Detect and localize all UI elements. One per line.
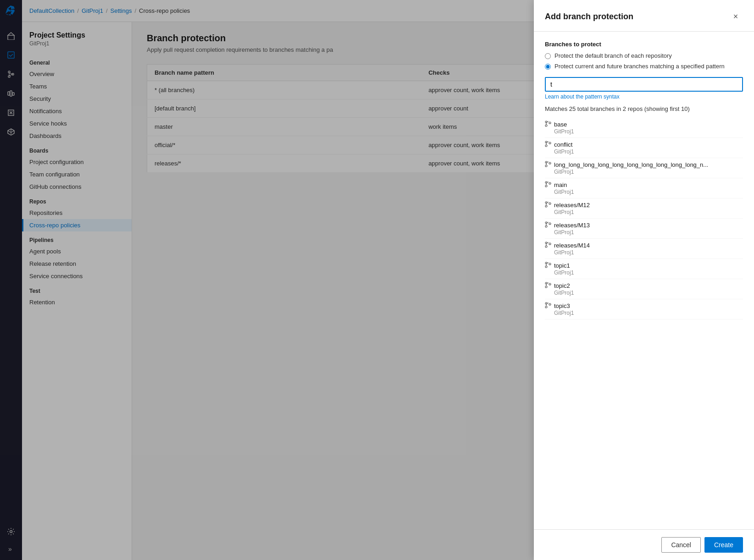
branch-name: long_long_long_long_long_long_long_long_… [554,161,708,168]
branch-name-row: long_long_long_long_long_long_long_long_… [545,161,743,169]
branch-repo: GitProj1 [554,269,743,276]
branch-item: releases/M14 GitProj1 [545,239,743,259]
branch-icon [545,201,551,209]
svg-point-25 [545,225,547,227]
branch-name-row: conflict [545,141,743,148]
svg-point-28 [545,246,547,247]
branch-name-row: topic1 [545,262,743,269]
pattern-hint[interactable]: Learn about the pattern syntax [545,93,743,100]
branch-name: releases/M13 [554,222,590,229]
radio-default-label: Protect the default branch of each repos… [554,52,672,59]
branch-icon [545,141,551,148]
branch-name-row: main [545,181,743,189]
branch-repo: GitProj1 [554,209,743,215]
branch-name: main [554,181,567,188]
branch-name-row: topic2 [545,282,743,290]
match-count: Matches 25 total branches in 2 repos (sh… [545,105,743,112]
cancel-button[interactable]: Cancel [661,537,701,553]
svg-point-29 [549,243,551,245]
branch-icon [545,161,551,169]
svg-point-34 [545,286,547,288]
pattern-input[interactable] [545,77,743,92]
branch-name: base [554,121,567,128]
branch-name: topic1 [554,262,570,269]
svg-point-22 [545,205,547,207]
branch-repo: GitProj1 [554,249,743,256]
branch-item: releases/M12 GitProj1 [545,198,743,219]
branch-name-row: releases/M12 [545,201,743,209]
svg-point-11 [549,122,551,124]
branch-item: conflict GitProj1 [545,138,743,158]
branch-repo: GitProj1 [554,310,743,316]
modal-overlay: Add branch protection × Branches to prot… [0,0,754,560]
branch-name: topic2 [554,282,570,289]
branch-icon [545,121,551,128]
branch-name-row: releases/M14 [545,242,743,249]
branch-item: base GitProj1 [545,118,743,138]
branch-icon [545,262,551,269]
branch-repo: GitProj1 [554,229,743,236]
branch-item: releases/M13 GitProj1 [545,219,743,239]
radio-option-pattern[interactable]: Protect current and future branches matc… [545,63,743,70]
svg-point-19 [545,185,547,187]
svg-point-32 [549,263,551,265]
svg-point-16 [545,165,547,167]
create-button[interactable]: Create [704,537,743,553]
svg-point-17 [549,162,551,164]
branch-item: main GitProj1 [545,178,743,198]
branch-name: topic3 [554,302,570,309]
modal-close-button[interactable]: × [728,9,743,24]
branch-repo: GitProj1 [554,290,743,296]
svg-point-26 [549,223,551,225]
modal-header: Add branch protection × [534,0,754,32]
branch-name: releases/M14 [554,242,590,249]
modal-title: Add branch protection [545,12,633,22]
branch-repo: GitProj1 [554,128,743,135]
branch-name: conflict [554,141,572,148]
branch-repo: GitProj1 [554,148,743,155]
radio-option-default[interactable]: Protect the default branch of each repos… [545,52,743,59]
branch-item: topic3 GitProj1 [545,299,743,319]
branch-item: long_long_long_long_long_long_long_long_… [545,158,743,178]
modal-footer: Cancel Create [534,529,754,560]
svg-point-14 [549,142,551,144]
branch-icon [545,181,551,189]
branch-item: topic2 GitProj1 [545,279,743,299]
modal-body: Branches to protect Protect the default … [534,32,754,529]
branches-section-label: Branches to protect [545,41,743,48]
branch-list: base GitProj1 conflict GitProj1 [545,118,743,319]
branch-name-row: topic3 [545,302,743,310]
svg-point-23 [549,203,551,204]
branch-icon [545,302,551,310]
svg-point-37 [545,306,547,308]
radio-pattern-branch[interactable] [545,64,551,70]
branch-icon [545,242,551,249]
radio-pattern-label: Protect current and future branches matc… [554,63,725,70]
radio-group: Protect the default branch of each repos… [545,52,743,70]
svg-point-13 [545,145,547,147]
branch-icon [545,282,551,290]
modal-panel: Add branch protection × Branches to prot… [534,0,754,560]
branch-item: topic1 GitProj1 [545,259,743,279]
svg-point-31 [545,266,547,268]
branch-icon [545,221,551,229]
svg-point-38 [549,303,551,305]
branch-name-row: base [545,121,743,128]
branch-repo: GitProj1 [554,189,743,195]
svg-point-35 [549,283,551,285]
svg-point-10 [545,125,547,126]
radio-default-branch[interactable] [545,53,551,59]
branch-name-row: releases/M13 [545,221,743,229]
svg-point-20 [549,182,551,184]
branch-repo: GitProj1 [554,169,743,175]
branch-name: releases/M12 [554,202,590,209]
